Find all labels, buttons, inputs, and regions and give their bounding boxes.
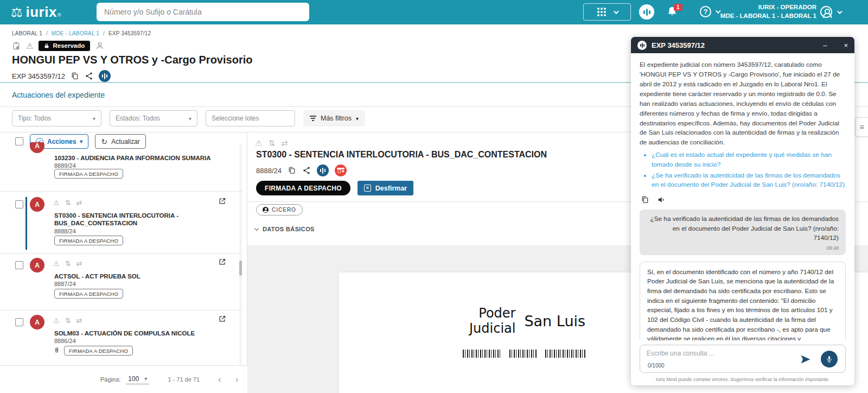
actuacion-avatar: A [30, 142, 44, 153]
swap-icon: ⇄ [76, 316, 82, 325]
sort-icon: ⇅ [268, 138, 275, 148]
actuacion-title[interactable]: SOLM03 - ACTUACIÓN DE COMPULSA NICOLE [54, 329, 214, 337]
open-external-icon[interactable] [218, 258, 226, 266]
message-timestamp: 09:48 [647, 245, 839, 252]
share-icon[interactable] [85, 72, 93, 80]
item-checkbox[interactable] [15, 318, 23, 326]
next-page-button[interactable]: › [235, 374, 239, 385]
chat-title: EXP 3453597/12 [652, 41, 806, 49]
account-menu-button[interactable] [820, 6, 841, 18]
clipboard-icon[interactable] [12, 41, 21, 50]
actuacion-avatar: A [30, 315, 44, 329]
lock-icon [44, 43, 49, 49]
list-item[interactable]: A ⚠ ⇅ ⇄ ACTSOL - ACT PRUEBA SOL 8887/24 … [0, 254, 243, 310]
item-icons: ⚠ ⇅ ⇄ [53, 316, 82, 325]
chat-header[interactable]: EXP 3453597/12 – × [631, 37, 854, 53]
side-drawer-handle[interactable]: ≡ [855, 117, 868, 137]
actuacion-title[interactable]: ACTSOL - ACT PRUEBA SOL [54, 272, 214, 280]
cicero-label: CICERO [272, 207, 296, 213]
tipo-filter-value: Tipo: Todos [18, 115, 51, 122]
filters-row: Tipo: Todos ▾ Estados: Todos ▾ Más filtr… [12, 110, 365, 126]
breadcrumb-separator: / [46, 30, 48, 36]
actuacion-number: 8888/24 [54, 228, 76, 234]
send-icon[interactable] [800, 354, 812, 365]
breadcrumb-level1[interactable]: LABORAL 1 [12, 30, 42, 36]
help-icon: ? [700, 6, 711, 17]
divider [0, 310, 243, 310]
detail-status-pill: FIRMADA A DESPACHO [256, 181, 350, 195]
breadcrumb-level2[interactable]: MDE - LABORAL 1 [52, 30, 99, 36]
sort-icon: ⇅ [65, 259, 71, 268]
chat-input[interactable] [647, 350, 771, 357]
ai-waveform-icon[interactable] [317, 164, 329, 176]
tipo-filter-select[interactable]: Tipo: Todos ▾ [12, 110, 101, 126]
status-badge: FIRMADA A DESPACHO [64, 346, 133, 356]
close-button[interactable]: × [844, 41, 848, 49]
chat-disclaimer: Iurix Mind puede cometer errores. Sugeri… [631, 373, 854, 385]
suggested-question-link[interactable]: ¿Cuál es el estado actual del expediente… [652, 150, 846, 169]
sort-icon: ⇅ [65, 316, 71, 325]
prev-page-button[interactable]: ‹ [218, 374, 221, 385]
page-size-value: 100 [128, 375, 139, 383]
search-input[interactable] [97, 3, 309, 21]
desfirmar-label: Desfirmar [375, 185, 407, 192]
copy-icon[interactable] [71, 72, 79, 80]
minimize-button[interactable]: – [823, 41, 827, 49]
ai-assistant-button[interactable] [639, 4, 654, 20]
breadcrumb: LABORAL 1 / MDE - LABORAL 1 / EXP 345359… [12, 30, 151, 36]
speaker-icon[interactable] [657, 195, 666, 204]
actuacion-title[interactable]: ST0300 - SENTENCIA INTERLOCUTORIA - BUS_… [54, 212, 214, 227]
pagination-range: 1 - 71 de 71 [168, 376, 200, 383]
datos-basicos-toggle[interactable]: DATOS BÁSICOS [255, 226, 315, 232]
apps-menu-button[interactable] [583, 3, 631, 21]
detail-buttons-row: FIRMADA A DESPACHO × Desfirmar [256, 181, 413, 195]
user-info: IURIX - OPERADOR MDE - LABORAL 1 - LABOR… [720, 3, 816, 20]
breadcrumb-level3[interactable]: EXP 3453597/12 [108, 30, 151, 36]
divider [0, 191, 243, 192]
detail-number: 8888/24 [256, 167, 282, 175]
estados-filter-value: Estados: Todos [116, 115, 160, 122]
copy-icon[interactable] [641, 195, 649, 204]
lotes-input[interactable] [206, 110, 295, 126]
app-logo[interactable]: ⚖ iurix ® [11, 4, 61, 21]
filter-icon [310, 116, 316, 121]
person-icon[interactable] [95, 41, 104, 50]
notifications-button[interactable]: 1 [666, 5, 678, 18]
list-pagination: Página: 100 ▾ 1 - 71 de 71 ‹ › [0, 365, 247, 393]
copy-icon[interactable] [288, 166, 296, 175]
ai-answer-bubble: Sí, en el documento identificado con el … [640, 262, 846, 340]
anonymize-icon[interactable] [335, 164, 347, 176]
suggested-questions: ¿Cuál es el estado actual del expediente… [652, 150, 846, 190]
actuacion-title[interactable]: 103230 - AUDIENCIA PARA INFORMACION SUMA… [54, 154, 214, 162]
hamburger-icon: ≡ [859, 123, 864, 131]
suggested-question-link[interactable]: ¿Se ha verificado la autenticidad de las… [652, 171, 846, 190]
cicero-chip[interactable]: CICERO [256, 204, 303, 215]
item-checkbox[interactable] [15, 200, 23, 208]
list-item[interactable]: A 103230 - AUDIENCIA PARA INFORMACION SU… [0, 142, 243, 196]
mic-button[interactable] [821, 351, 838, 367]
user-message-text: ¿Se ha verificado la autenticidad de las… [650, 215, 839, 242]
detail-title: ST0300 - SENTENCIA INTERLOCUTORIA - BUS_… [256, 150, 547, 160]
list-item-selected[interactable]: A ⚠ ⇅ ⇄ ST0300 - SENTENCIA INTERLOCUTORI… [0, 197, 243, 253]
open-external-icon[interactable] [218, 315, 226, 323]
actuacion-avatar: A [30, 258, 44, 272]
share-icon[interactable] [302, 166, 311, 175]
chat-input-container: 0/1000 [640, 345, 846, 373]
scales-icon: ⚖ [11, 5, 23, 20]
item-checkbox[interactable] [15, 261, 23, 269]
chat-summary: El expediente judicial con número 345359… [640, 60, 846, 148]
desfirmar-button[interactable]: × Desfirmar [358, 181, 413, 195]
help-button[interactable]: ? [700, 6, 719, 17]
list-item[interactable]: A ⚠ ⇅ ⇄ SOLM03 - ACTUACIÓN DE COMPULSA N… [0, 311, 243, 365]
page-size-select[interactable]: 100 ▾ [126, 375, 149, 384]
estados-filter-select[interactable]: Estados: Todos ▾ [110, 110, 197, 126]
actuaciones-section-title: Actuaciones del expediente [12, 91, 105, 99]
datos-basicos-label: DATOS BÁSICOS [263, 226, 315, 232]
open-external-icon[interactable] [218, 197, 226, 205]
ai-waveform-icon[interactable] [99, 70, 111, 82]
status-badge: FIRMADA A DESPACHO [54, 169, 123, 179]
user-role: IURIX - OPERADOR [720, 3, 816, 12]
warning-icon: ⚠ [53, 199, 60, 207]
warning-icon[interactable]: ⚠ [26, 42, 33, 50]
more-filters-button[interactable]: Más filtros ▾ [303, 110, 365, 126]
